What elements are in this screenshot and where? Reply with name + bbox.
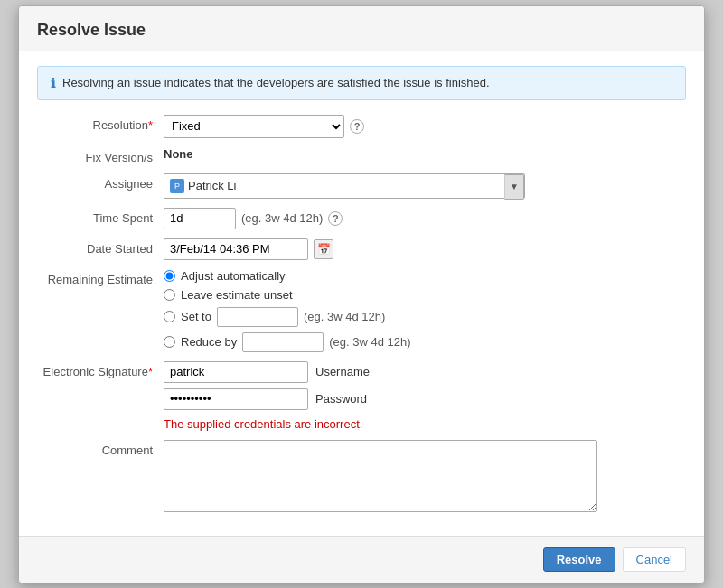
fix-version-value: None xyxy=(164,147,193,161)
assignee-name: Patrick Li xyxy=(188,179,521,192)
comment-control xyxy=(164,440,686,512)
calendar-button[interactable]: 📅 xyxy=(314,239,333,259)
resolution-select[interactable]: Fixed Won't Fix Duplicate Incomplete Can… xyxy=(164,115,344,138)
time-spent-help-icon[interactable]: ? xyxy=(328,211,343,226)
error-message: The supplied credentials are incorrect. xyxy=(164,417,370,431)
remaining-estimate-control: Adjust automatically Leave estimate unse… xyxy=(164,269,686,352)
radio-set-label: Set to xyxy=(181,310,211,323)
username-label: Username xyxy=(315,365,370,378)
radio-set-hint: (eg. 3w 4d 12h) xyxy=(304,310,385,323)
radio-leave-label: Leave estimate unset xyxy=(181,288,293,302)
info-box: ℹ Resolving an issue indicates that the … xyxy=(37,66,686,100)
fix-version-label: Fix Version/s xyxy=(37,147,164,164)
assignee-select-wrapper[interactable]: P Patrick Li ▼ xyxy=(164,173,525,199)
cancel-button[interactable]: Cancel xyxy=(623,547,686,572)
time-spent-label: Time Spent xyxy=(37,208,164,225)
radio-reduce-label: Reduce by xyxy=(181,335,237,349)
date-started-label: Date Started xyxy=(37,238,164,256)
radio-reduce-hint: (eg. 3w 4d 12h) xyxy=(329,335,410,349)
resolve-button[interactable]: Resolve xyxy=(543,547,615,572)
date-started-row: Date Started 📅 xyxy=(37,238,686,260)
dialog-title: Resolve Issue xyxy=(19,6,704,51)
radio-leave[interactable] xyxy=(164,289,175,301)
radio-reduce[interactable] xyxy=(164,336,175,348)
fix-version-control: None xyxy=(164,147,686,161)
electronic-sig-label: Electronic Signature* xyxy=(37,361,164,378)
radio-set[interactable] xyxy=(164,311,175,322)
remaining-estimate-row: Remaining Estimate Adjust automatically … xyxy=(37,269,686,352)
date-started-input[interactable] xyxy=(164,238,308,260)
radio-row-adjust: Adjust automatically xyxy=(164,269,411,283)
radio-adjust[interactable] xyxy=(164,270,175,282)
assignee-row: Assignee P Patrick Li ▼ xyxy=(37,173,686,199)
time-spent-hint: (eg. 3w 4d 12h) xyxy=(241,211,323,225)
resolution-control: Fixed Won't Fix Duplicate Incomplete Can… xyxy=(164,115,686,138)
comment-label: Comment xyxy=(37,440,164,457)
password-row: Password xyxy=(164,388,370,410)
radio-row-leave: Leave estimate unset xyxy=(164,288,411,302)
resolve-issue-dialog: Resolve Issue ℹ Resolving an issue indic… xyxy=(18,5,705,583)
electronic-sig-row: Electronic Signature* Username Password … xyxy=(37,361,686,431)
comment-textarea[interactable] xyxy=(164,440,597,512)
time-spent-input[interactable] xyxy=(164,208,236,229)
remaining-estimate-options: Adjust automatically Leave estimate unse… xyxy=(164,269,411,352)
username-row: Username xyxy=(164,361,370,383)
time-spent-row: Time Spent (eg. 3w 4d 12h) ? xyxy=(37,208,686,229)
sig-group: Username Password The supplied credentia… xyxy=(164,361,370,431)
resolution-row: Resolution* Fixed Won't Fix Duplicate In… xyxy=(37,115,686,138)
info-message: Resolving an issue indicates that the de… xyxy=(62,76,490,89)
info-icon: ℹ xyxy=(51,76,55,90)
electronic-sig-control: Username Password The supplied credentia… xyxy=(164,361,686,431)
dialog-body: ℹ Resolving an issue indicates that the … xyxy=(19,51,704,536)
radio-adjust-label: Adjust automatically xyxy=(181,269,286,283)
fix-version-row: Fix Version/s None xyxy=(37,147,686,164)
radio-row-set: Set to (eg. 3w 4d 12h) xyxy=(164,307,411,327)
username-input[interactable] xyxy=(164,361,308,383)
assignee-label: Assignee xyxy=(37,173,164,191)
comment-row: Comment xyxy=(37,440,686,512)
radio-row-reduce: Reduce by (eg. 3w 4d 12h) xyxy=(164,332,411,352)
reduce-by-input[interactable] xyxy=(242,332,324,352)
password-input[interactable] xyxy=(164,388,308,410)
resolution-help-icon[interactable]: ? xyxy=(350,119,364,134)
assignee-control: P Patrick Li ▼ xyxy=(164,173,686,199)
password-label: Password xyxy=(315,392,367,406)
resolution-label: Resolution* xyxy=(37,115,164,132)
set-to-input[interactable] xyxy=(217,307,298,327)
time-spent-control: (eg. 3w 4d 12h) ? xyxy=(164,208,686,229)
remaining-estimate-label: Remaining Estimate xyxy=(37,269,164,286)
assignee-avatar: P xyxy=(170,179,184,193)
date-started-control: 📅 xyxy=(164,238,686,260)
dialog-footer: Resolve Cancel xyxy=(19,536,704,583)
